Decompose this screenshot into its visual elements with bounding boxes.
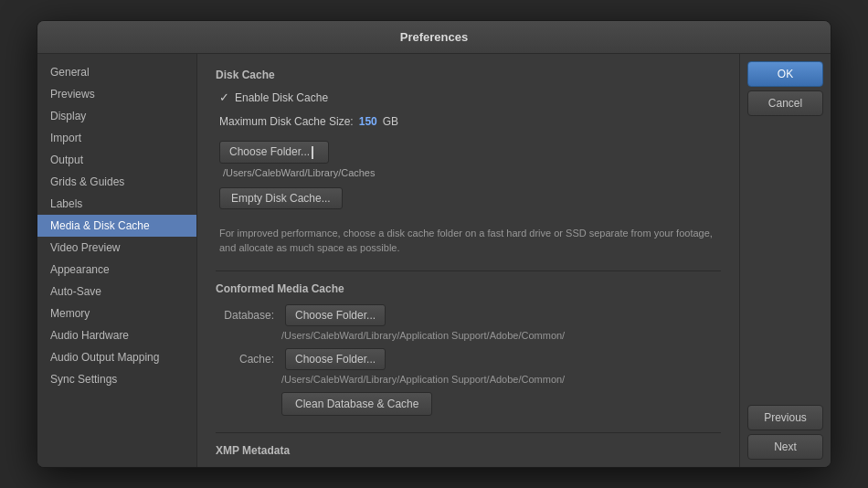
previous-button[interactable]: Previous	[747, 405, 823, 430]
sidebar-item-import[interactable]: Import	[37, 127, 196, 149]
cancel-button[interactable]: Cancel	[747, 90, 823, 116]
max-size-unit: GB	[383, 115, 398, 128]
ok-button[interactable]: OK	[747, 61, 823, 87]
sidebar-item-media-disk-cache[interactable]: Media & Disk Cache	[37, 215, 196, 237]
max-size-label: Maximum Disk Cache Size:	[219, 115, 354, 128]
database-choose-folder-button[interactable]: Choose Folder...	[285, 304, 386, 326]
cache-label: Cache:	[219, 353, 274, 366]
cache-folder-path: /Users/CalebWard/Library/Caches	[223, 167, 721, 178]
xmp-section-title: XMP Metadata	[216, 444, 721, 457]
empty-disk-cache-button[interactable]: Empty Disk Cache...	[219, 187, 343, 209]
clean-database-cache-button[interactable]: Clean Database & Cache	[281, 392, 432, 416]
cache-choose-folder-button[interactable]: Choose Folder...	[285, 348, 386, 370]
dialog-body: General Previews Display Import Output G…	[37, 54, 831, 467]
disk-cache-hint: For improved performance, choose a disk …	[219, 226, 713, 256]
next-button[interactable]: Next	[747, 434, 823, 460]
disk-cache-section-title: Disk Cache	[216, 69, 721, 81]
sidebar-item-previews[interactable]: Previews	[37, 83, 196, 105]
cache-row: Cache: Choose Folder...	[219, 348, 721, 370]
max-size-value: 150	[359, 115, 377, 128]
xmp-divider	[216, 432, 721, 433]
sidebar: General Previews Display Import Output G…	[37, 54, 197, 467]
sidebar-item-grids-guides[interactable]: Grids & Guides	[37, 171, 196, 193]
database-row: Database: Choose Folder...	[219, 304, 721, 326]
content-area: Disk Cache ✓ Enable Disk Cache Maximum D…	[197, 54, 739, 467]
sidebar-item-audio-hardware[interactable]: Audio Hardware	[37, 324, 196, 346]
enable-disk-cache-label: Enable Disk Cache	[235, 91, 328, 104]
sidebar-item-memory[interactable]: Memory	[37, 302, 196, 324]
cursor-icon	[312, 146, 319, 159]
sidebar-item-labels[interactable]: Labels	[37, 193, 196, 215]
sidebar-item-video-preview[interactable]: Video Preview	[37, 237, 196, 259]
title-bar: Preferences	[37, 21, 831, 54]
database-path: /Users/CalebWard/Library/Application Sup…	[281, 330, 721, 341]
preferences-dialog: Preferences General Previews Display Imp…	[37, 20, 831, 468]
choose-folder-button[interactable]: Choose Folder...	[219, 141, 329, 164]
sidebar-item-audio-output-mapping[interactable]: Audio Output Mapping	[37, 346, 196, 368]
dialog-title: Preferences	[400, 30, 468, 44]
sidebar-item-output[interactable]: Output	[37, 149, 196, 171]
database-label: Database:	[219, 309, 274, 322]
conformed-cache-section-title: Conformed Media Cache	[216, 282, 721, 295]
actions-panel: OK Cancel Previous Next	[739, 54, 831, 467]
sidebar-item-display[interactable]: Display	[37, 105, 196, 127]
sidebar-item-sync-settings[interactable]: Sync Settings	[37, 368, 196, 390]
sidebar-item-auto-save[interactable]: Auto-Save	[37, 281, 196, 302]
sidebar-item-appearance[interactable]: Appearance	[37, 259, 196, 281]
max-cache-row: Maximum Disk Cache Size: 150 GB	[219, 115, 721, 128]
section-divider	[216, 271, 721, 271]
sidebar-item-general[interactable]: General	[37, 61, 196, 83]
cache-path: /Users/CalebWard/Library/Application Sup…	[281, 374, 721, 385]
enable-disk-cache-row: ✓ Enable Disk Cache	[219, 90, 721, 104]
checkmark-icon: ✓	[219, 90, 229, 104]
